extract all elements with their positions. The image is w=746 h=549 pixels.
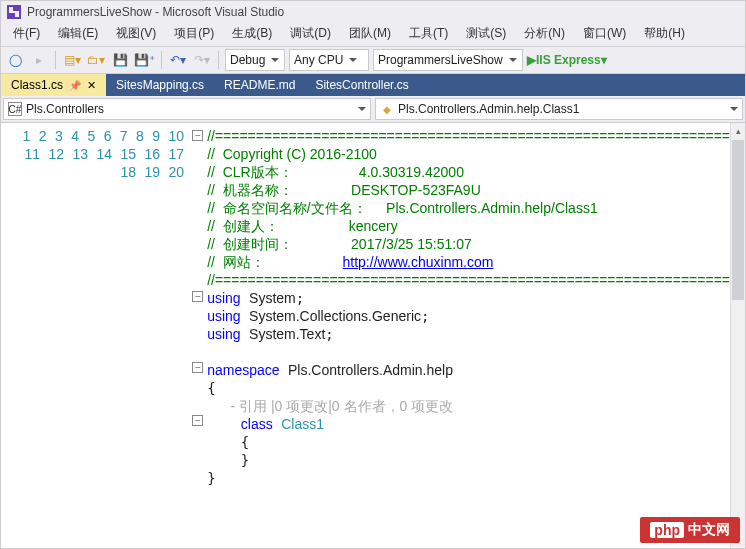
menu-test[interactable]: 测试(S)	[458, 23, 514, 44]
scrollbar-vertical[interactable]: ▴ ▾	[730, 123, 745, 548]
tab-sitescontroller[interactable]: SitesController.cs	[305, 74, 418, 96]
watermark: php中文网	[640, 517, 740, 543]
toolbar: ◯ ▸ ▤▾ 🗀▾ 💾 💾⁺ ↶▾ ↷▾ Debug Any CPU Progr…	[1, 46, 745, 74]
titlebar: ProgrammersLiveShow - Microsoft Visual S…	[1, 1, 745, 23]
menu-build[interactable]: 生成(B)	[224, 23, 280, 44]
menu-analyze[interactable]: 分析(N)	[516, 23, 573, 44]
menu-edit[interactable]: 编辑(E)	[50, 23, 106, 44]
fold-icon[interactable]: –	[192, 362, 203, 373]
run-button[interactable]: ▶ IIS Express ▾	[527, 49, 607, 71]
platform-combo[interactable]: Any CPU	[289, 49, 369, 71]
menu-team[interactable]: 团队(M)	[341, 23, 399, 44]
menu-tools[interactable]: 工具(T)	[401, 23, 456, 44]
new-item-icon[interactable]: ▤▾	[62, 49, 82, 71]
line-numbers: 1 2 3 4 5 6 7 8 9 10 11 12 13 14 15 16 1…	[1, 123, 192, 548]
fold-gutter[interactable]: – –––	[192, 123, 203, 548]
menu-view[interactable]: 视图(V)	[108, 23, 164, 44]
fold-icon[interactable]: –	[192, 415, 203, 426]
code-body[interactable]: //======================================…	[203, 123, 730, 548]
code-editor[interactable]: 1 2 3 4 5 6 7 8 9 10 11 12 13 14 15 16 1…	[1, 123, 745, 548]
menu-debug[interactable]: 调试(D)	[282, 23, 339, 44]
redo-icon: ↷▾	[192, 49, 212, 71]
startup-combo[interactable]: ProgrammersLiveShow	[373, 49, 523, 71]
undo-icon[interactable]: ↶▾	[168, 49, 188, 71]
link-website[interactable]: http://www.chuxinm.com	[343, 254, 494, 270]
nav-fwd-icon: ▸	[29, 49, 49, 71]
scroll-thumb[interactable]	[732, 140, 744, 300]
window-title: ProgrammersLiveShow - Microsoft Visual S…	[27, 5, 284, 19]
close-icon[interactable]: ✕	[87, 79, 96, 92]
menubar: 件(F) 编辑(E) 视图(V) 项目(P) 生成(B) 调试(D) 团队(M)…	[1, 23, 745, 46]
nav-back-icon[interactable]: ◯	[5, 49, 25, 71]
save-icon[interactable]: 💾	[110, 49, 130, 71]
tab-readme[interactable]: README.md	[214, 74, 305, 96]
tab-class1[interactable]: Class1.cs📌✕	[1, 74, 106, 96]
menu-project[interactable]: 项目(P)	[166, 23, 222, 44]
open-icon[interactable]: 🗀▾	[86, 49, 106, 71]
csharp-icon: C#	[8, 102, 22, 116]
tab-sitesmapping[interactable]: SitesMapping.cs	[106, 74, 214, 96]
fold-icon[interactable]: –	[192, 291, 203, 302]
pin-icon[interactable]: 📌	[69, 80, 81, 91]
doc-tabs: Class1.cs📌✕ SitesMapping.cs README.md Si…	[1, 74, 745, 96]
nav-breadcrumb: C# Pls.Controllers ◆ Pls.Controllers.Adm…	[1, 96, 745, 123]
menu-help[interactable]: 帮助(H)	[636, 23, 693, 44]
save-all-icon[interactable]: 💾⁺	[134, 49, 155, 71]
class-icon: ◆	[380, 102, 394, 116]
config-combo[interactable]: Debug	[225, 49, 285, 71]
fold-icon[interactable]: –	[192, 130, 203, 141]
class-combo[interactable]: ◆ Pls.Controllers.Admin.help.Class1	[375, 98, 743, 120]
namespace-combo[interactable]: C# Pls.Controllers	[3, 98, 371, 120]
menu-window[interactable]: 窗口(W)	[575, 23, 634, 44]
scroll-up-icon[interactable]: ▴	[731, 123, 745, 139]
menu-file[interactable]: 件(F)	[5, 23, 48, 44]
vs-logo-icon	[7, 5, 21, 19]
